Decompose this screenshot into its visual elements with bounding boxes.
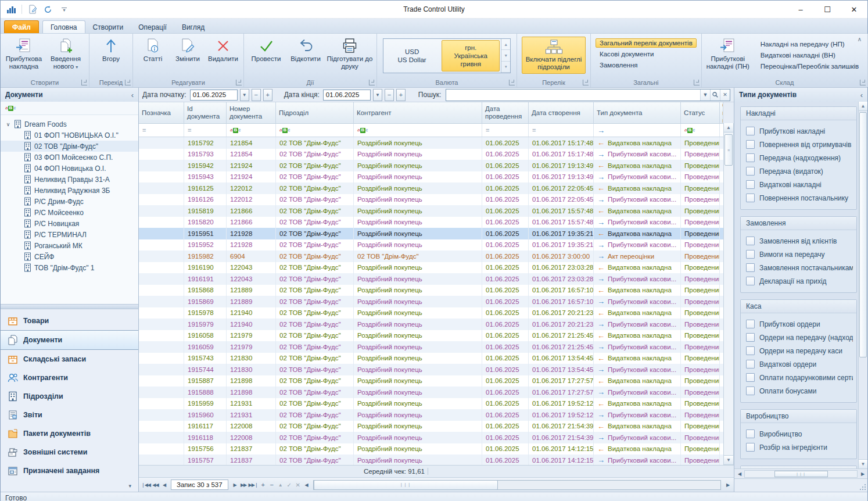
date-end-plus-button[interactable]: + (396, 89, 406, 101)
search-clear-icon[interactable]: ✕ (720, 90, 730, 101)
delete-record-button[interactable]: − (268, 480, 275, 489)
date-start-dropdown-icon[interactable]: ▼ (240, 89, 249, 101)
checkbox[interactable] (746, 360, 755, 368)
checkbox[interactable] (746, 346, 755, 355)
navigation-options-icon[interactable]: ▾ (1, 480, 138, 492)
collapse-panel-icon[interactable]: ‹ (860, 91, 863, 99)
scroll-up-icon[interactable]: ▲ (859, 102, 867, 111)
date-start-plus-button[interactable]: + (263, 89, 272, 101)
tree-item-department[interactable]: Неликвид Правды 31-А (1, 174, 138, 185)
document-type-option[interactable]: Повернення постачальнику (746, 191, 853, 205)
column-header[interactable]: Дата створення (529, 102, 594, 123)
document-type-option[interactable]: Передача (надходження) (746, 151, 853, 164)
column-filter-cell[interactable]: aBc (354, 124, 482, 137)
column-header[interactable]: Статус (681, 102, 720, 123)
column-filter-cell[interactable]: aBc (276, 124, 354, 137)
prepare-print-button[interactable]: Підготувати до друку (325, 35, 374, 73)
document-type-option[interactable]: Видаткові накладні (746, 178, 853, 191)
tree-expand-icon[interactable]: ∨ (5, 121, 11, 127)
document-type-option[interactable]: Оплати подарунковими сертиф (746, 371, 853, 384)
go-up-button[interactable]: Вгору (92, 35, 130, 65)
tab-file[interactable]: Файл (4, 20, 39, 33)
sidebar-splitter[interactable] (1, 304, 138, 309)
sidebar-nav-reports[interactable]: Звіти (1, 406, 138, 424)
tree-item-department[interactable]: 03 ФОП Мойсеєнко С.П. (1, 152, 138, 163)
tree-item-department[interactable]: Р/С Новицкая (1, 218, 138, 229)
orders-button[interactable]: Замовлення (596, 60, 697, 70)
column-filter-cell[interactable]: aBc (681, 124, 720, 137)
table-row[interactable]: 191579212185402 ТОВ "Дрім-Фудс"Роздрібни… (139, 137, 723, 149)
dialog-launcher-icon[interactable] (860, 80, 866, 85)
tree-root[interactable]: ∨ Dream Foods (1, 119, 138, 130)
post-button[interactable]: Провести (246, 35, 286, 65)
document-type-option[interactable]: Прибуткові накладні (746, 124, 853, 138)
sidebar-nav-scheduled-tasks[interactable]: Призначені завдання (1, 461, 138, 480)
tab-home[interactable]: Головна (42, 20, 85, 33)
delete-button[interactable]: Видалити (205, 35, 241, 65)
edit-record-button[interactable]: ▲ (277, 480, 284, 489)
incoming-invoices-pn-button[interactable]: Прибуткові накладні (ПН) (704, 35, 752, 73)
first-record-button[interactable]: ❘◀◀ (141, 480, 150, 489)
checkbox[interactable] (746, 443, 755, 452)
checkbox[interactable] (746, 333, 755, 342)
horizontal-scrollbar[interactable]: ❘❘❘ (313, 480, 721, 490)
hscroll-right-icon[interactable]: ▶ (724, 480, 731, 489)
document-type-option[interactable]: Вимоги на передачу (746, 248, 853, 261)
sidebar-nav-documents[interactable]: Документи (1, 330, 138, 350)
table-row[interactable]: 191586912188902 ТОВ "Дрім-Фудс"Роздрібни… (139, 296, 723, 307)
column-filter-cell[interactable]: → (594, 124, 681, 137)
spin-up-icon[interactable]: ▲ (501, 39, 510, 50)
tree-item-department[interactable]: СЕЙФ (1, 251, 138, 262)
column-filter-cell[interactable]: = (184, 124, 227, 137)
table-row[interactable]: 191581912186602 ТОВ "Дрім-Фудс"Роздрібни… (139, 205, 723, 217)
document-type-option[interactable]: Оплати бонусами (746, 384, 853, 398)
tree-search-row[interactable]: aBc (1, 102, 138, 115)
date-end-input[interactable]: 01.06.2025 (323, 90, 371, 101)
checkbox[interactable] (746, 430, 755, 438)
enter-new-button[interactable]: Введення нового ▾ (45, 35, 87, 73)
table-row[interactable]: 191586812188902 ТОВ "Дрім-Фудс"Роздрібни… (139, 285, 723, 296)
table-row[interactable]: 191594212192402 ТОВ "Дрім-Фудс"Роздрібни… (139, 160, 723, 171)
spin-down-icon[interactable]: ▼ (501, 50, 510, 61)
checkbox[interactable] (746, 277, 755, 285)
prev-page-button[interactable]: ◀◀ (152, 480, 159, 489)
column-filter-cell[interactable]: = (529, 124, 594, 137)
table-row[interactable]: 191594312192402 ТОВ "Дрім-Фудс"Роздрібни… (139, 171, 723, 183)
vertical-scrollbar[interactable]: ▲ ≡ ▼ (723, 123, 734, 465)
table-row[interactable]: 191582012186602 ТОВ "Дрім-Фудс"Роздрібни… (139, 217, 723, 228)
dialog-launcher-icon[interactable] (369, 80, 375, 85)
clipped-column-header[interactable]: Сума в... (720, 102, 723, 123)
document-type-option[interactable]: Ордери на передачу каси (746, 344, 853, 357)
table-row[interactable]: 191575712183702 ТОВ "Дрім-Фудс"Роздрібни… (139, 455, 723, 465)
table-row[interactable]: 191619112204302 ТОВ "Дрім-Фудс"Роздрібни… (139, 273, 723, 285)
search-icon[interactable] (710, 90, 720, 101)
all-documents-list-button[interactable]: Загальний перелік документів (596, 38, 697, 48)
table-row[interactable]: 191612612201202 ТОВ "Дрім-Фудс"Роздрібни… (139, 194, 723, 206)
tree-item-department[interactable]: Р/С Мойсеенко (1, 207, 138, 218)
table-row[interactable]: 191575612183702 ТОВ "Дрім-Фудс"Роздрібни… (139, 443, 723, 455)
column-header[interactable]: Id документа (184, 102, 227, 123)
prev-record-button[interactable]: ◀ (160, 480, 168, 489)
checkbox[interactable] (746, 140, 755, 149)
incoming-invoice-button[interactable]: Прибуткова накладна (3, 35, 45, 73)
maximize-button[interactable]: ☐ (814, 1, 841, 18)
types-vertical-scrollbar[interactable]: ▲ ▼ (858, 102, 867, 468)
column-header[interactable]: Підрозділ (276, 102, 354, 123)
scrollbar-thumb[interactable]: ≡ (724, 134, 733, 166)
checkbox[interactable] (746, 237, 755, 245)
outgoing-invoices-button[interactable]: Видаткові накладні (ВН) (756, 51, 863, 60)
search-input[interactable] (446, 91, 700, 99)
checkbox[interactable] (746, 194, 755, 202)
table-row[interactable]: 191611812200802 ТОВ "Дрім-Фудс"Роздрібни… (139, 432, 723, 443)
checkbox[interactable] (746, 153, 755, 162)
sidebar-nav-departments[interactable]: Підрозділи (1, 387, 138, 406)
spin-more-icon[interactable]: ▾ (501, 62, 510, 73)
document-type-option[interactable]: Розбір на інгредієнти (746, 441, 853, 454)
revaluation-button[interactable]: Переоцінка/Переоблік залишків (756, 62, 863, 71)
tree-item-department[interactable]: 04 ФОП Новицька О.І. (1, 163, 138, 174)
document-type-option[interactable]: Передача (видаток) (746, 164, 853, 178)
rollback-button[interactable]: Відкотити (286, 35, 325, 65)
post-edit-button[interactable]: ✓ (285, 480, 293, 489)
edit-document-icon[interactable] (27, 3, 38, 15)
search-dropdown-icon[interactable]: ▼ (700, 90, 710, 101)
